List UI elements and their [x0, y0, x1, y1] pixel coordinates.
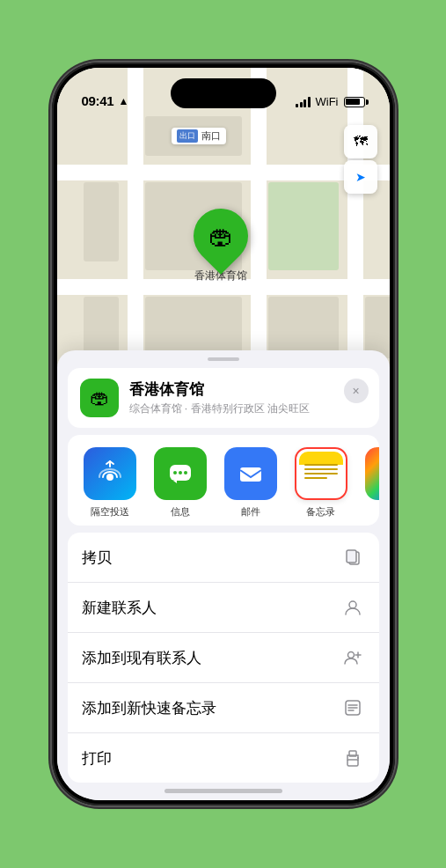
- notes-icon: [295, 447, 347, 500]
- block-3: [268, 182, 339, 270]
- add-existing-label: 添加到现有联系人: [82, 648, 201, 668]
- airdrop-label: 隔空投送: [91, 505, 129, 519]
- block-5: [145, 297, 242, 358]
- copy-label: 拷贝: [82, 548, 112, 568]
- messages-icon: [154, 447, 207, 500]
- venue-pin: 🏟 香港体育馆: [194, 209, 248, 283]
- exit-badge: 出口: [177, 129, 198, 143]
- svg-point-10: [347, 652, 354, 658]
- notes-label: 备忘录: [306, 505, 335, 519]
- messages-label: 信息: [171, 505, 190, 519]
- battery-icon: [344, 97, 365, 107]
- location-button[interactable]: ➤: [344, 160, 377, 194]
- home-indicator: [165, 789, 282, 793]
- sheet-handle: [208, 357, 239, 361]
- svg-point-5: [184, 471, 187, 474]
- block-7: [365, 297, 390, 358]
- action-add-existing[interactable]: 添加到现有联系人: [68, 633, 379, 683]
- more-icon: [365, 447, 379, 500]
- mail-label: 邮件: [241, 505, 260, 519]
- venue-info: 香港体育馆 综合体育馆 · 香港特别行政区 油尖旺区: [129, 379, 367, 416]
- venue-logo-icon: 🏟: [90, 386, 109, 409]
- map-type-icon: 🗺: [354, 134, 368, 150]
- copy-icon: [340, 545, 365, 570]
- signal-bars-icon: [296, 97, 311, 107]
- location-label: 出口 南口: [172, 128, 226, 144]
- action-quick-note[interactable]: 添加到新快速备忘录: [68, 683, 379, 733]
- venue-subtitle: 综合体育馆 · 香港特别行政区 油尖旺区: [129, 401, 367, 416]
- airdrop-icon: [84, 447, 136, 500]
- new-contact-label: 新建联系人: [82, 598, 157, 618]
- road-h1: [57, 165, 390, 180]
- svg-point-0: [106, 474, 113, 481]
- pin-bubble: 🏟: [182, 197, 260, 275]
- stadium-icon: 🏟: [208, 222, 233, 251]
- wifi-icon: WiFi: [316, 95, 339, 108]
- add-existing-icon: [340, 645, 365, 670]
- share-row: 隔空投送 信息: [68, 435, 379, 526]
- print-label: 打印: [82, 748, 112, 769]
- svg-rect-17: [347, 760, 358, 766]
- share-item-more[interactable]: 提: [356, 447, 379, 519]
- block-6: [268, 297, 339, 358]
- venue-header: 🏟 香港体育馆 综合体育馆 · 香港特别行政区 油尖旺区 ×: [68, 368, 379, 428]
- svg-point-9: [349, 601, 356, 608]
- status-time: 09:41: [82, 93, 114, 108]
- phone-frame: 09:41 ▲ WiFi: [52, 63, 395, 805]
- mail-icon: [224, 447, 277, 500]
- svg-point-3: [173, 471, 177, 474]
- quick-note-icon: [340, 695, 365, 720]
- location-icon: ➤: [355, 170, 366, 184]
- action-list: 拷贝 新建联系人: [68, 533, 379, 783]
- close-icon: ×: [352, 384, 359, 398]
- action-copy[interactable]: 拷贝: [68, 533, 379, 583]
- svg-rect-6: [240, 467, 261, 482]
- map-type-button[interactable]: 🗺: [344, 125, 377, 158]
- svg-rect-8: [347, 550, 356, 563]
- phone-screen: 09:41 ▲ WiFi: [57, 68, 390, 800]
- bottom-sheet: 🏟 香港体育馆 综合体育馆 · 香港特别行政区 油尖旺区 ×: [57, 350, 390, 800]
- dynamic-island: [171, 78, 276, 108]
- share-item-notes[interactable]: 备忘录: [286, 447, 356, 519]
- action-print[interactable]: 打印: [68, 733, 379, 783]
- new-contact-icon: [340, 595, 365, 620]
- print-icon: [340, 746, 365, 770]
- block-1: [84, 182, 119, 261]
- location-name: 南口: [201, 129, 221, 143]
- block-4: [84, 297, 119, 358]
- location-arrow-icon: ▲: [118, 95, 128, 107]
- action-new-contact[interactable]: 新建联系人: [68, 583, 379, 633]
- svg-point-19: [357, 757, 359, 759]
- venue-name: 香港体育馆: [129, 379, 367, 400]
- svg-point-4: [179, 471, 182, 474]
- close-button[interactable]: ×: [344, 379, 369, 403]
- status-icons: WiFi: [296, 95, 365, 108]
- share-item-messages[interactable]: 信息: [145, 447, 216, 519]
- venue-logo: 🏟: [80, 379, 119, 417]
- map-controls: 🗺 ➤: [344, 125, 377, 195]
- share-item-mail[interactable]: 邮件: [216, 447, 286, 519]
- share-row-inner: 隔空投送 信息: [68, 447, 379, 519]
- share-item-airdrop[interactable]: 隔空投送: [75, 447, 145, 519]
- quick-note-label: 添加到新快速备忘录: [82, 698, 216, 718]
